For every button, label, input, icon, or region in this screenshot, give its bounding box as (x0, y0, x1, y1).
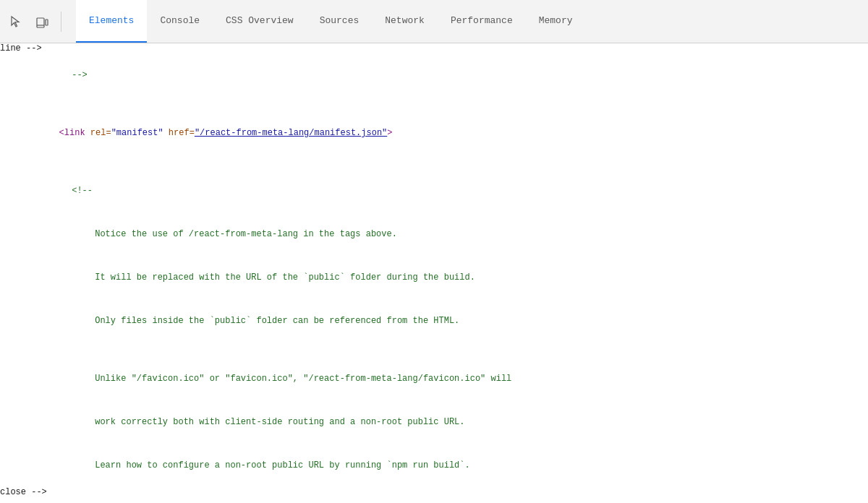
code-line-comment-open: <!-- (0, 169, 868, 212)
code-line-comment-close: --> (0, 497, 868, 503)
toolbar-icons (6, 12, 64, 32)
tab-elements[interactable]: Elements (76, 0, 147, 43)
tab-performance[interactable]: Performance (438, 0, 526, 43)
tab-memory[interactable]: Memory (526, 0, 586, 43)
code-line-c5: work correctly both with client-side rou… (0, 400, 868, 444)
code-line-c2: It will be replaced with the URL of the … (0, 256, 868, 299)
device-icon[interactable] (32, 12, 52, 32)
svg-rect-0 (37, 18, 44, 27)
code-line-c6: Learn how to configure a non-root public… (0, 444, 868, 487)
toolbar-divider (61, 12, 61, 32)
devtools-toolbar: Elements Console CSS Overview Sources Ne… (0, 0, 868, 43)
code-line-c1: Notice the use of /react-from-meta-lang … (0, 212, 868, 256)
tab-bar: Elements Console CSS Overview Sources Ne… (76, 0, 862, 43)
tab-console[interactable]: Console (147, 0, 213, 43)
svg-rect-1 (46, 20, 48, 25)
code-line-blank (0, 343, 868, 357)
code-line-c3: Only files inside the `public` folder ca… (0, 299, 868, 343)
code-line-manifest: <link rel="manifest" href="/react-from-m… (0, 97, 868, 169)
cursor-icon[interactable] (6, 12, 26, 32)
tab-css-overview[interactable]: CSS Overview (213, 0, 307, 43)
code-panel: line --> --> <link rel="manifest" href="… (0, 43, 868, 503)
tab-sources[interactable]: Sources (307, 0, 373, 43)
code-line-c4: Unlike "/favicon.ico" or "favicon.ico", … (0, 357, 868, 400)
tab-network[interactable]: Network (372, 0, 438, 43)
code-line: --> (0, 53, 868, 97)
